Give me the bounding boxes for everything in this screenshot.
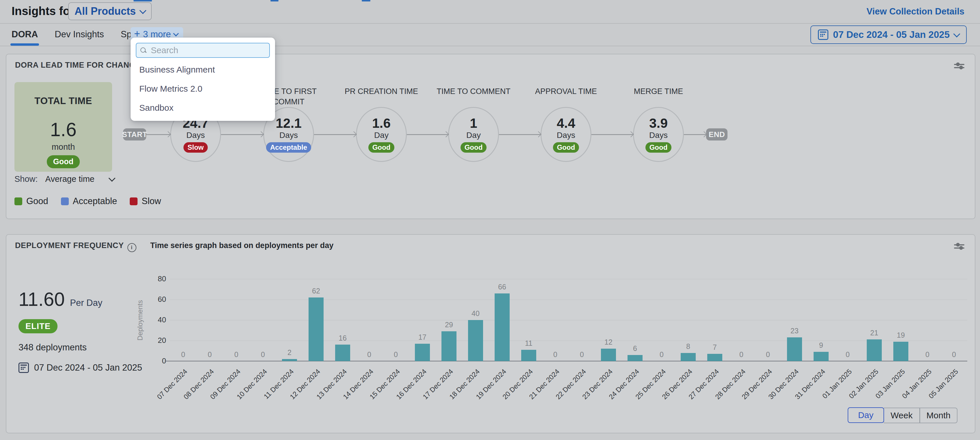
bar-slot: 19 <box>888 277 914 361</box>
view-collection-details-link[interactable]: View Collection Details <box>867 6 964 17</box>
stage-node: 1DayGood <box>448 107 499 162</box>
dropdown-item[interactable]: Flow Metrics 2.0 <box>136 80 270 98</box>
stage-status-badge: Good <box>461 142 487 153</box>
bar-slot: 0 <box>755 277 781 361</box>
bar <box>309 298 324 361</box>
flow-arrow <box>221 134 263 135</box>
deployment-frequency-card: DEPLOYMENT FREQUENCYi Time series graph … <box>6 234 975 434</box>
granularity-week[interactable]: Week <box>884 408 920 423</box>
bar-value-label: 16 <box>329 334 356 342</box>
bar-slot: 0 <box>834 277 861 361</box>
stage-label: TIME TO COMMENT <box>434 86 512 97</box>
stage-status-badge: Good <box>553 142 579 153</box>
bar-value-label: 0 <box>728 351 755 359</box>
stage-status-badge: Good <box>368 142 395 153</box>
bar <box>282 359 297 361</box>
bar-slot: 8 <box>675 277 702 361</box>
bar <box>601 349 616 361</box>
bar <box>441 331 457 361</box>
tab-dev-insights[interactable]: Dev Insights <box>55 23 104 46</box>
bar-slot: 16 <box>329 277 356 361</box>
card-settings-icon[interactable] <box>954 242 964 251</box>
bar-value-label: 29 <box>436 320 462 329</box>
stage-status-badge: Slow <box>183 142 208 153</box>
bar <box>521 350 536 361</box>
stage-node: 4.4DaysGood <box>541 107 592 162</box>
date-range-picker[interactable]: 07 Dec 2024 - 05 Jan 2025 <box>810 26 967 44</box>
bar-slot: 17 <box>409 277 436 361</box>
flow-arrow <box>407 134 448 135</box>
granularity-month[interactable]: Month <box>920 408 958 423</box>
dropdown-search[interactable] <box>136 43 270 58</box>
tab-dora[interactable]: DORA <box>11 23 38 46</box>
show-value: Average time <box>45 174 94 184</box>
stage-unit: Day <box>466 131 481 140</box>
bar <box>867 340 882 361</box>
date-range-value: 07 Dec 2024 - 05 Jan 2025 <box>833 29 950 40</box>
y-tick-label: 20 <box>158 336 166 345</box>
scope-selector-button[interactable]: All Products <box>68 2 152 20</box>
card-settings-icon[interactable] <box>954 62 964 70</box>
bar-value-label: 66 <box>489 283 515 291</box>
stage-unit: Days <box>186 131 205 140</box>
stage-label: MERGE TIME <box>619 86 697 97</box>
bar-slot: 0 <box>170 277 196 361</box>
bar-slot: 0 <box>250 277 276 361</box>
stage-status-badge: Good <box>646 142 672 153</box>
bar-slot: 11 <box>515 277 542 361</box>
dropdown-item[interactable]: Sandbox <box>136 99 270 117</box>
bar-value-label: 11 <box>515 339 542 348</box>
bar <box>335 344 350 361</box>
scope-selector-value: All Products <box>75 5 136 18</box>
bar-value-label: 0 <box>834 351 861 359</box>
bar-value-label: 0 <box>170 351 196 359</box>
granularity-day[interactable]: Day <box>848 407 884 423</box>
bar-value-label: 8 <box>675 342 702 351</box>
search-input[interactable] <box>150 45 265 56</box>
granularity-toggle: DayWeekMonth <box>848 408 958 423</box>
bar-slot: 0 <box>223 277 250 361</box>
legend-swatch <box>61 198 69 205</box>
bar-slot: 0 <box>382 277 409 361</box>
bar-value-label: 0 <box>941 351 967 359</box>
stage-node: 1.6DayGood <box>356 107 407 162</box>
stage-unit: Day <box>374 131 388 140</box>
search-icon <box>140 48 146 53</box>
flow-arrow <box>499 134 541 135</box>
bar-value-label: 0 <box>569 351 595 359</box>
legend-swatch <box>130 198 137 205</box>
bar-value-label: 9 <box>808 341 834 349</box>
calendar-icon <box>19 362 29 373</box>
stage-value: 4.4 <box>557 116 575 130</box>
flow-arrow <box>314 134 356 135</box>
bar-value-label: 12 <box>595 338 622 346</box>
bar-value-label: 17 <box>409 333 436 341</box>
card-date-range-text: 07 Dec 2024 - 05 Jan 2025 <box>34 362 142 373</box>
info-icon[interactable]: i <box>127 243 136 252</box>
more-tabs-dropdown: Business AlignmentFlow Metrics 2.0Sandbo… <box>130 38 275 121</box>
total-time-unit: month <box>52 142 75 152</box>
flow-arrow <box>592 134 633 135</box>
bar-slot: 12 <box>595 277 622 361</box>
bar-value-label: 62 <box>303 287 329 295</box>
dropdown-item[interactable]: Business Alignment <box>136 61 270 79</box>
y-axis-ticks: 020406080 <box>6 277 166 361</box>
status-legend: GoodAcceptableSlow <box>14 196 161 206</box>
bar <box>468 320 483 361</box>
show-metric-dropdown[interactable]: Show: Average time <box>14 174 115 184</box>
chevron-down-icon <box>108 175 115 182</box>
stage-value: 3.9 <box>649 116 668 130</box>
show-label: Show: <box>14 174 38 184</box>
bar-slot: 0 <box>196 277 223 361</box>
flow-start-node: START <box>123 128 146 140</box>
bar-slot: 29 <box>436 277 462 361</box>
page-title: Insights for <box>11 5 75 18</box>
bar-slot: 66 <box>489 277 515 361</box>
bar-slot: 7 <box>702 277 728 361</box>
y-tick-label: 60 <box>158 295 166 304</box>
legend-label: Slow <box>142 196 161 206</box>
bar <box>787 337 802 361</box>
stage-value: 1 <box>470 116 477 130</box>
legend-label: Good <box>26 196 48 206</box>
bar-value-label: 0 <box>356 351 382 359</box>
